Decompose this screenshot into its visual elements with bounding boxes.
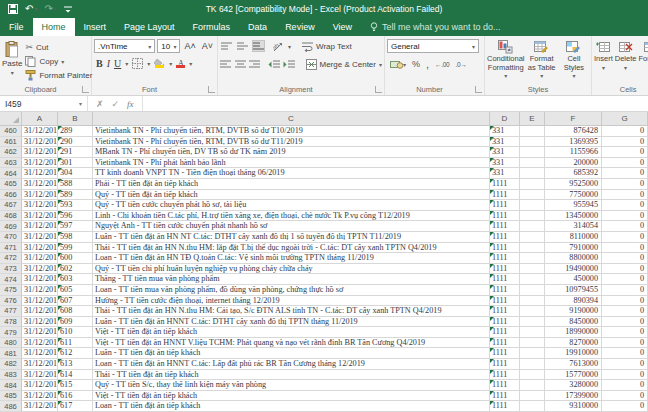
cell-empty[interactable]: [520, 380, 545, 391]
cell-description[interactable]: Quý - TT tiền đặt ăn tiếp khách: [93, 190, 490, 201]
cell-date[interactable]: 31/12/2019: [22, 158, 58, 169]
cell-zero[interactable]: 0: [602, 221, 648, 232]
cell-date[interactable]: 31/12/2019: [22, 274, 58, 285]
cell-date[interactable]: 31/12/2019: [22, 179, 58, 190]
name-box[interactable]: I459: [0, 96, 74, 111]
cell-date[interactable]: 31/12/2019: [22, 338, 58, 349]
cell-voucher-no[interactable]: 608: [58, 306, 93, 317]
row-header[interactable]: 463: [0, 158, 22, 169]
row-header[interactable]: 477: [0, 306, 22, 317]
cell-empty[interactable]: [520, 158, 545, 169]
row-header[interactable]: 474: [0, 274, 22, 285]
number-format-select[interactable]: General ▾: [387, 39, 479, 53]
cell-voucher-no[interactable]: 598: [58, 232, 93, 243]
cell-amount[interactable]: 9525000: [545, 179, 602, 190]
chevron-down-icon[interactable]: ▾: [189, 60, 192, 67]
cell-zero[interactable]: 0: [602, 317, 648, 328]
cell-description[interactable]: Loan - TT tiền mua văn phòng phẩm, đồ dù…: [93, 285, 490, 296]
cell-date[interactable]: 31/12/2019: [22, 211, 58, 222]
tab-tell-me-what-you-want-to-do[interactable]: Tell me what you want to do...: [361, 18, 510, 36]
cell-empty[interactable]: [520, 370, 545, 381]
cell-date[interactable]: 31/12/2019: [22, 168, 58, 179]
cell-empty[interactable]: [520, 317, 545, 328]
cell-amount[interactable]: 7910000: [545, 243, 602, 254]
decrease-font-icon[interactable]: A˅: [200, 41, 215, 51]
undo-button[interactable]: ↶▾: [25, 4, 37, 14]
chevron-down-icon[interactable]: ▾: [54, 6, 57, 12]
cell-description[interactable]: Thái - TT tiền đặt ăn tiếp khách: [93, 370, 490, 381]
cell-description[interactable]: Linh - Chi khoản tiền C.tác phí, H.trợ t…: [93, 211, 490, 222]
row-header[interactable]: 468: [0, 211, 22, 222]
wrap-text-button[interactable]: Wrap Text: [302, 40, 352, 52]
cell-date[interactable]: 31/12/2019: [22, 243, 58, 254]
cell-empty[interactable]: [520, 179, 545, 190]
cell-amount[interactable]: 19910000: [545, 348, 602, 359]
format-as-table-button[interactable]: Format as Table ▾: [527, 39, 557, 84]
row-header[interactable]: 465: [0, 179, 22, 190]
cell-account[interactable]: 1111: [490, 401, 520, 412]
cell-amount[interactable]: 8800000: [545, 253, 602, 264]
cell-empty[interactable]: [520, 137, 545, 148]
cell-voucher-no[interactable]: 611: [58, 338, 93, 349]
cell-account[interactable]: 1111: [490, 211, 520, 222]
cell-amount[interactable]: 13450000: [545, 211, 602, 222]
cell-description[interactable]: Quý - TT tiền S/c, thay thế linh kiện má…: [93, 380, 490, 391]
cell-account[interactable]: 1111: [490, 285, 520, 296]
cell-account[interactable]: 1111: [490, 306, 520, 317]
cell-amount[interactable]: 19490000: [545, 264, 602, 275]
cell-description[interactable]: Luân - TT tiền đặt ăn HNNT C.tác: DTHT c…: [93, 317, 490, 328]
cell-description[interactable]: Loan - TT tiền đặt ăn HN TĐ Q.toán C.tác…: [93, 253, 490, 264]
row-header[interactable]: 461: [0, 137, 22, 148]
align-bottom-icon[interactable]: [252, 40, 265, 52]
cell-description[interactable]: Thái - TT tiền đặt ăn HN N.thu HM: Cải t…: [93, 306, 490, 317]
cell-empty[interactable]: [520, 391, 545, 402]
cell-date[interactable]: 31/12/2019: [22, 391, 58, 402]
cell-account[interactable]: 1111: [490, 380, 520, 391]
cell-voucher-no[interactable]: 607: [58, 296, 93, 307]
chevron-down-icon[interactable]: ▾: [403, 61, 406, 68]
cell-voucher-no[interactable]: 616: [58, 391, 93, 402]
cell-date[interactable]: 31/12/2019: [22, 221, 58, 232]
decrease-indent-icon[interactable]: [268, 58, 280, 70]
chevron-down-icon[interactable]: ▾: [169, 60, 172, 67]
cell-account[interactable]: 1111: [490, 327, 520, 338]
cell-zero[interactable]: 0: [602, 391, 648, 402]
chevron-down-icon[interactable]: ▾: [147, 60, 150, 67]
cell-date[interactable]: 31/12/2019: [22, 348, 58, 359]
cell-account[interactable]: 331: [490, 168, 520, 179]
cell-zero[interactable]: 0: [602, 211, 648, 222]
cell-account[interactable]: 1111: [490, 348, 520, 359]
underline-button[interactable]: U: [114, 58, 121, 69]
cell-empty[interactable]: [520, 253, 545, 264]
increase-font-icon[interactable]: A˄: [182, 41, 197, 51]
row-header[interactable]: 485: [0, 391, 22, 402]
cell-empty[interactable]: [520, 232, 545, 243]
row-header[interactable]: 460: [0, 126, 22, 137]
cell-amount[interactable]: 955945: [545, 200, 602, 211]
cell-zero[interactable]: 0: [602, 179, 648, 190]
cell-amount[interactable]: 890394: [545, 296, 602, 307]
cell-description[interactable]: Vietinbank TN - Phí chuyển tiền, RTM, DV…: [93, 126, 490, 137]
cell-description[interactable]: Thăng - TT tiền mua văn phòng phẩm: [93, 274, 490, 285]
cell-amount[interactable]: 9310000: [545, 401, 602, 412]
bold-button[interactable]: B: [96, 58, 103, 69]
cell-empty[interactable]: [520, 296, 545, 307]
number-dialog-launcher[interactable]: [475, 86, 482, 93]
row-header[interactable]: 475: [0, 285, 22, 296]
format-cells-button[interactable]: Format ▾: [638, 39, 648, 84]
cell-amount[interactable]: 8270000: [545, 338, 602, 349]
cell-account[interactable]: 1111: [490, 243, 520, 254]
cell-description[interactable]: Việt - TT tiền đặt ăn tiếp khách: [93, 391, 490, 402]
increase-decimal-button[interactable]: ←.00: [435, 61, 449, 68]
align-middle-icon[interactable]: [236, 40, 249, 52]
tab-page-layout[interactable]: Page Layout: [115, 18, 184, 36]
cell-voucher-no[interactable]: 593: [58, 200, 93, 211]
cell-zero[interactable]: 0: [602, 338, 648, 349]
cell-zero[interactable]: 0: [602, 147, 648, 158]
cell-description[interactable]: MBank TN - Phí chuyển tiền, DV TB số dư …: [93, 147, 490, 158]
cell-date[interactable]: 31/12/2019: [22, 401, 58, 412]
font-dialog-launcher[interactable]: [208, 86, 215, 93]
insert-cells-button[interactable]: Insert ▾: [594, 39, 613, 84]
cell-date[interactable]: 31/12/2019: [22, 327, 58, 338]
tab-insert[interactable]: Insert: [75, 18, 116, 36]
